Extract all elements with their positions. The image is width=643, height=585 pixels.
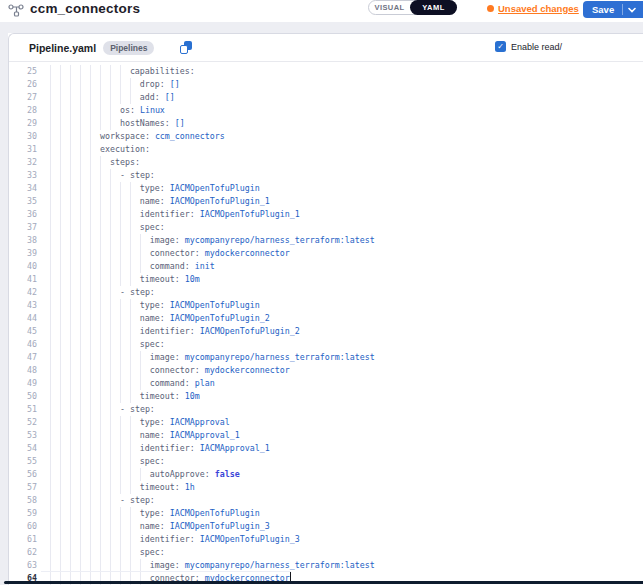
code-line[interactable]: 58 - step: — [9, 494, 643, 507]
code-line[interactable]: 60 name: IACMOpenTofuPlugin_3 — [9, 520, 643, 533]
checkbox-check-icon[interactable]: ✓ — [495, 41, 506, 52]
indent-guide — [100, 325, 110, 338]
indent-guide — [70, 286, 80, 299]
code-line[interactable]: 62 spec: — [9, 546, 643, 559]
indent-guide — [120, 364, 130, 377]
unsaved-changes[interactable]: Unsaved changes — [487, 3, 579, 14]
code-line[interactable]: 59 type: IACMOpenTofuPlugin — [9, 507, 643, 520]
code-line[interactable]: 56 autoApprove: false — [9, 468, 643, 481]
indent-guide — [90, 234, 100, 247]
code-line[interactable]: 52 type: IACMApproval — [9, 416, 643, 429]
indent-guide — [70, 299, 80, 312]
code-line[interactable]: 41 timeout: 10m — [9, 273, 643, 286]
yaml-value: IACMOpenTofuPlugin — [170, 300, 260, 310]
indent-guide — [130, 221, 140, 234]
code-line[interactable]: 46 spec: — [9, 338, 643, 351]
indent-guide — [110, 195, 120, 208]
indent-guide — [50, 104, 60, 117]
indent-guide — [110, 377, 120, 390]
code-text: identifier: IACMApproval_1 — [41, 442, 270, 455]
indent-guide — [130, 442, 140, 455]
code-line[interactable]: 36 identifier: IACMOpenTofuPlugin_1 — [9, 208, 643, 221]
code-text: identifier: IACMOpenTofuPlugin_3 — [41, 533, 300, 546]
code-line[interactable]: 54 identifier: IACMApproval_1 — [9, 442, 643, 455]
indent-guide — [50, 364, 60, 377]
indent-guide — [50, 338, 60, 351]
code-line[interactable]: 51 - step: — [9, 403, 643, 416]
chevron-down-icon[interactable] — [628, 7, 636, 13]
yaml-key: spec: — [140, 456, 165, 466]
code-line[interactable]: 55 spec: — [9, 455, 643, 468]
yaml-code-editor[interactable]: 25 capabilities:26 drop: []27 add: []28 … — [9, 63, 643, 585]
indent-guide — [90, 416, 100, 429]
code-line[interactable]: 32 steps: — [9, 156, 643, 169]
code-line[interactable]: 35 name: IACMOpenTofuPlugin_1 — [9, 195, 643, 208]
indent-guide — [80, 325, 90, 338]
line-number: 62 — [9, 546, 41, 559]
indent-guide — [60, 338, 70, 351]
save-button-label[interactable]: Save — [583, 4, 614, 15]
indent-guide — [80, 403, 90, 416]
indent-guide — [120, 91, 130, 104]
indent-guide — [60, 312, 70, 325]
indent-guide — [80, 338, 90, 351]
indent-guide — [130, 299, 140, 312]
indent-guide — [60, 546, 70, 559]
code-line[interactable]: 47 image: mycompanyrepo/harness_terrafor… — [9, 351, 643, 364]
indent-guide — [100, 507, 110, 520]
line-number: 27 — [9, 91, 41, 104]
code-line[interactable]: 39 connector: mydockerconnector — [9, 247, 643, 260]
code-line[interactable]: 61 identifier: IACMOpenTofuPlugin_3 — [9, 533, 643, 546]
toggle-yaml[interactable]: YAML — [410, 0, 457, 15]
visual-yaml-toggle[interactable]: VISUAL YAML — [368, 0, 457, 15]
code-line[interactable]: 30 workspace: ccm_connectors — [9, 130, 643, 143]
indent-guide — [140, 234, 150, 247]
code-line[interactable]: 33 - step: — [9, 169, 643, 182]
indent-guide — [60, 65, 70, 78]
yaml-key: type: — [140, 183, 165, 193]
code-line[interactable]: 48 connector: mydockerconnector — [9, 364, 643, 377]
indent-guide — [60, 143, 70, 156]
code-line[interactable]: 45 identifier: IACMOpenTofuPlugin_2 — [9, 325, 643, 338]
code-text: type: IACMOpenTofuPlugin — [41, 507, 260, 520]
indent-guide — [100, 429, 110, 442]
code-line[interactable]: 63 image: mycompanyrepo/harness_terrafor… — [9, 559, 643, 572]
indent-guide — [70, 481, 80, 494]
unsaved-changes-label[interactable]: Unsaved changes — [498, 3, 579, 14]
toggle-visual[interactable]: VISUAL — [369, 1, 410, 14]
code-line[interactable]: 37 spec: — [9, 221, 643, 234]
yaml-key: step: — [130, 404, 155, 414]
code-line[interactable]: 44 name: IACMOpenTofuPlugin_2 — [9, 312, 643, 325]
code-line[interactable]: 40 command: init — [9, 260, 643, 273]
code-line[interactable]: 29 hostNames: [] — [9, 117, 643, 130]
code-line[interactable]: 42 - step: — [9, 286, 643, 299]
code-line[interactable]: 31 execution: — [9, 143, 643, 156]
indent-guide — [50, 78, 60, 91]
line-number: 47 — [9, 351, 41, 364]
indent-guide — [130, 520, 140, 533]
code-line[interactable]: 49 command: plan — [9, 377, 643, 390]
line-number: 25 — [9, 65, 41, 78]
indent-guide — [90, 260, 100, 273]
indent-guide — [90, 481, 100, 494]
yaml-value: IACMApproval_1 — [200, 443, 270, 453]
enable-readwrite-checkbox[interactable]: ✓ Enable read/ — [495, 41, 573, 52]
code-line[interactable]: 25 capabilities: — [9, 65, 643, 78]
code-line[interactable]: 34 type: IACMOpenTofuPlugin — [9, 182, 643, 195]
code-line[interactable]: 50 timeout: 10m — [9, 390, 643, 403]
code-line[interactable]: 43 type: IACMOpenTofuPlugin — [9, 299, 643, 312]
code-line[interactable]: 53 name: IACMApproval_1 — [9, 429, 643, 442]
indent-guide — [50, 559, 60, 572]
code-line[interactable]: 27 add: [] — [9, 91, 643, 104]
code-line[interactable]: 57 timeout: 1h — [9, 481, 643, 494]
indent-guide — [80, 364, 90, 377]
code-line[interactable]: 28 os: Linux — [9, 104, 643, 117]
indent-guide — [50, 117, 60, 130]
indent-guide — [80, 429, 90, 442]
copy-icon[interactable] — [180, 41, 192, 54]
code-line[interactable]: 38 image: mycompanyrepo/harness_terrafor… — [9, 234, 643, 247]
save-button[interactable]: Save — [583, 1, 643, 18]
code-line[interactable]: 26 drop: [] — [9, 78, 643, 91]
indent-guide — [120, 221, 130, 234]
indent-guide — [60, 91, 70, 104]
